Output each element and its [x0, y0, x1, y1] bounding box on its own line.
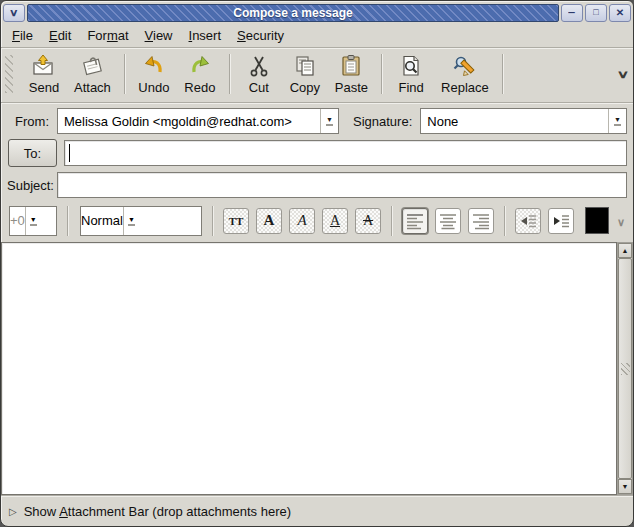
editor-area: ▲ ▼ — [1, 241, 633, 495]
replace-icon — [452, 54, 478, 78]
attach-button[interactable]: Attach — [67, 50, 118, 98]
chevron-down-icon: ∨ — [617, 68, 630, 81]
toolbar-label: Attach — [74, 80, 111, 95]
expander-triangle-icon: ▷ — [9, 506, 17, 517]
undo-button[interactable]: Undo — [131, 50, 177, 98]
toolbar-grip[interactable] — [5, 55, 13, 93]
redo-icon — [188, 54, 212, 78]
menu-accel: V — [145, 28, 153, 43]
subject-entry-wrap — [57, 172, 627, 198]
compose-window: ∨ Compose a message − □ ✕ File Edit Form… — [0, 0, 634, 527]
paste-button[interactable]: Paste — [328, 50, 375, 98]
unindent-button[interactable] — [515, 208, 541, 234]
replace-button[interactable]: Replace — [434, 50, 496, 98]
subject-label: Subject: — [7, 178, 57, 193]
message-headers: From: Melissa Goldin <mgoldin@redhat.com… — [1, 103, 633, 200]
combo-arrow-bar — [128, 224, 135, 226]
combo-arrow-icon: ▼ — [25, 207, 41, 235]
menu-security[interactable]: Security — [230, 25, 291, 46]
menu-insert[interactable]: Insert — [182, 25, 229, 46]
maximize-button[interactable]: □ — [585, 4, 607, 22]
subject-input[interactable] — [57, 172, 627, 198]
underline-icon: A — [330, 213, 340, 229]
underline-toggle[interactable]: A — [322, 208, 348, 234]
scroll-down-button[interactable]: ▼ — [618, 479, 632, 494]
paragraph-style-select[interactable]: Normal ▼ — [80, 206, 202, 236]
to-input[interactable] — [64, 140, 627, 166]
scrollbar-grip-icon — [621, 363, 630, 375]
from-select[interactable]: Melissa Goldin <mgoldin@redhat.com> ▼ — [57, 108, 339, 134]
font-size-select[interactable]: +0 ▼ — [9, 206, 57, 236]
to-row: To: — [7, 139, 627, 167]
indent-button[interactable] — [548, 208, 574, 234]
scrollbar-thumb[interactable] — [618, 258, 632, 479]
window-title: Compose a message — [233, 6, 352, 20]
signature-value: None — [421, 114, 608, 129]
combo-arrow-bar — [614, 124, 621, 126]
chevron-down-icon: ∨ — [617, 216, 625, 228]
strikethrough-toggle[interactable]: A — [355, 208, 381, 234]
redo-button[interactable]: Redo — [177, 50, 223, 98]
format-toolbar: +0 ▼ Normal ▼ TT A A A A — [1, 200, 633, 241]
bold-toggle[interactable]: A — [256, 208, 282, 234]
attachment-accel: A — [59, 504, 68, 519]
menu-label: nsert — [192, 28, 221, 43]
cut-button[interactable]: Cut — [236, 50, 282, 98]
from-label: From: — [7, 114, 57, 129]
copy-button[interactable]: Copy — [282, 50, 328, 98]
align-right-toggle[interactable] — [468, 208, 494, 234]
attachment-bar-label: Show Attachment Bar (drop attachments he… — [24, 504, 291, 519]
window-menu-button[interactable]: ∨ — [3, 4, 25, 22]
toolbar-label: Replace — [441, 80, 489, 95]
attachment-bar[interactable]: ▷ Show Attachment Bar (drop attachments … — [1, 495, 633, 526]
to-button[interactable]: To: — [8, 139, 57, 167]
toolbar-separator — [229, 54, 230, 94]
from-value: Melissa Goldin <mgoldin@redhat.com> — [58, 114, 320, 129]
send-icon — [31, 54, 57, 78]
align-right-icon — [472, 212, 490, 230]
find-button[interactable]: Find — [388, 50, 434, 98]
toolbar-label: Find — [398, 80, 423, 95]
close-button[interactable]: ✕ — [609, 4, 631, 22]
format-overflow-button[interactable]: ∨ — [617, 212, 625, 230]
combo-arrow-icon: ▼ — [320, 109, 338, 133]
attachment-text: ttachment Bar (drop attachments here) — [68, 504, 291, 519]
toolbar-separator — [502, 54, 503, 94]
tt-icon: TT — [229, 215, 244, 227]
minimize-icon: − — [568, 8, 576, 18]
titlebar: ∨ Compose a message − □ ✕ — [1, 1, 633, 23]
scroll-up-button[interactable]: ▲ — [618, 243, 632, 258]
menu-accel: F — [12, 28, 20, 43]
strikethrough-icon: A — [363, 213, 373, 229]
undo-icon — [142, 54, 166, 78]
combo-arrow-icon: ▼ — [123, 207, 139, 235]
titlebar-drag-area[interactable]: Compose a message — [27, 4, 559, 22]
format-separator — [67, 206, 68, 236]
cut-icon — [247, 54, 271, 78]
message-body[interactable] — [1, 242, 617, 495]
combo-arrow-icon: ▼ — [608, 109, 626, 133]
unindent-icon — [519, 212, 537, 230]
copy-icon — [292, 54, 318, 78]
typewriter-toggle[interactable]: TT — [223, 208, 249, 234]
menu-label: dit — [58, 28, 72, 43]
signature-select[interactable]: None ▼ — [420, 108, 627, 134]
toolbar-separator — [124, 54, 125, 94]
align-center-toggle[interactable] — [435, 208, 461, 234]
text-color-swatch[interactable] — [585, 207, 609, 234]
menu-file[interactable]: File — [5, 25, 40, 46]
menu-view[interactable]: View — [138, 25, 180, 46]
menu-format[interactable]: Format — [80, 25, 135, 46]
send-button[interactable]: Send — [21, 50, 67, 98]
vertical-scrollbar: ▲ ▼ — [617, 242, 633, 495]
minimize-button[interactable]: − — [561, 4, 583, 22]
toolbar-label: Redo — [184, 80, 215, 95]
toolbar-overflow-button[interactable]: ∨ — [619, 68, 627, 81]
menu-edit[interactable]: Edit — [42, 25, 78, 46]
align-left-toggle[interactable] — [402, 208, 428, 234]
subject-row: Subject: — [7, 172, 627, 198]
italic-toggle[interactable]: A — [289, 208, 315, 234]
menu-accel: m — [107, 28, 118, 43]
font-size-value: +0 — [10, 213, 25, 228]
toolbar-label: Send — [29, 80, 59, 95]
